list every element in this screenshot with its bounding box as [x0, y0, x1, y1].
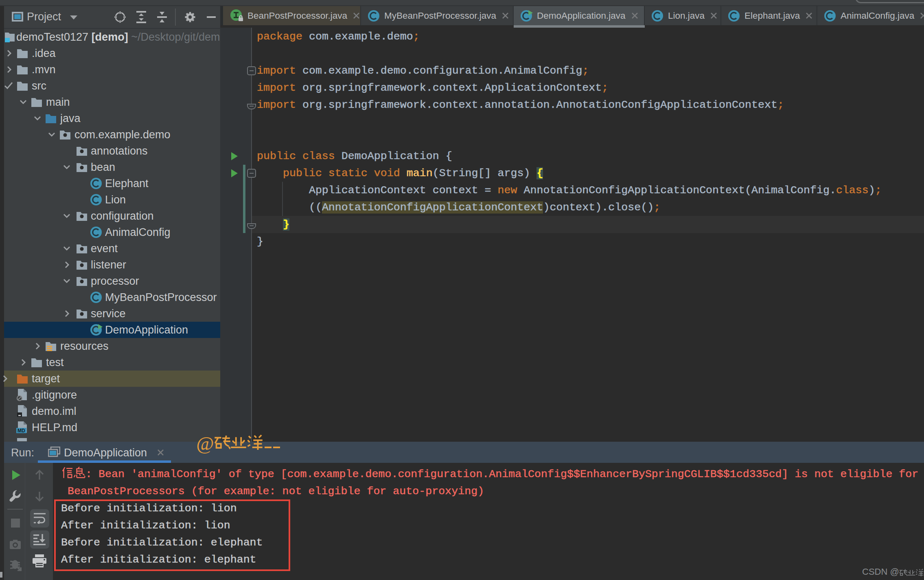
svg-text:MD: MD [18, 428, 25, 434]
